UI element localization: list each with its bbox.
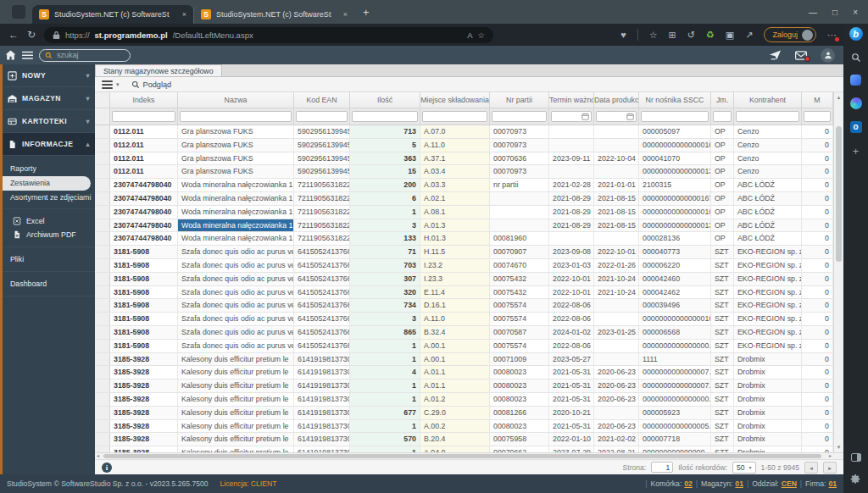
column-header[interactable]: Miejsce składowania (420, 92, 490, 108)
cell[interactable]: 6415052413766 (294, 299, 350, 312)
cell[interactable]: ABC ŁÓDŹ (734, 192, 802, 205)
cell[interactable]: Cenzo (734, 139, 802, 152)
add-sidebar-item-icon[interactable]: + (853, 145, 860, 158)
status-item[interactable]: Komórka:02 (651, 479, 693, 488)
cell[interactable]: 6141919813730 (294, 420, 350, 433)
cell[interactable]: 6415052413766 (294, 340, 350, 352)
table-row[interactable]: 0112.011Gra planszowa FUKS59029561399455… (95, 139, 833, 152)
cell[interactable] (594, 340, 639, 352)
minimize-button[interactable]: — (809, 8, 817, 17)
cell[interactable]: 00070636 (490, 152, 549, 165)
cell[interactable]: A.00.1 (420, 353, 490, 366)
table-row[interactable]: 23074744798040Woda mineralna nałęczowian… (95, 206, 833, 219)
cell[interactable]: Drobmix (734, 446, 802, 452)
cell[interactable]: 2023-05-27 (549, 353, 594, 366)
cell[interactable]: 3181-5908 (110, 326, 178, 339)
cell[interactable]: 5902956139945 (294, 165, 350, 178)
scroll-down-icon[interactable]: ▾ (834, 442, 843, 452)
table-row[interactable]: 23074744798040Woda mineralna nałęczowian… (95, 219, 833, 233)
row-indicator[interactable] (95, 433, 110, 446)
cell[interactable]: 6141919813730 (294, 407, 350, 419)
row-indicator[interactable] (95, 232, 110, 245)
cell[interactable]: 0 (802, 219, 833, 232)
cell[interactable]: 2022-08-06 (549, 299, 594, 312)
cell[interactable]: 570 (350, 433, 420, 446)
row-indicator[interactable] (95, 259, 110, 272)
cell[interactable]: 000006568 (639, 326, 711, 339)
table-row[interactable]: 3185-3928Kalesony duis efficitur pretium… (95, 379, 833, 393)
cell[interactable]: 2022-01-26 (594, 259, 639, 272)
column-header[interactable]: M (802, 92, 833, 108)
cell[interactable]: 0 (802, 299, 833, 312)
filter-input[interactable] (736, 111, 799, 122)
cell[interactable]: 0 (802, 353, 833, 366)
cell[interactable] (594, 407, 639, 419)
cell[interactable]: H.01.3 (420, 232, 490, 245)
row-indicator[interactable] (95, 407, 110, 419)
cell[interactable]: OP (711, 219, 734, 232)
cell[interactable]: Woda mineralna nałęczowianka 1,5 l (178, 206, 294, 219)
scroll-left-icon[interactable]: ◂ (97, 453, 99, 459)
cell[interactable]: 3181-5908 (110, 259, 178, 272)
cell[interactable]: 000039496 (639, 299, 711, 312)
cell[interactable]: 000000000000000164 (639, 313, 711, 325)
cell[interactable]: SZT (711, 340, 734, 352)
cell[interactable]: Gra planszowa FUKS (178, 152, 294, 165)
cell[interactable]: 3185-3928 (110, 433, 178, 446)
cell[interactable]: 0 (802, 152, 833, 165)
cell[interactable]: 0 (802, 246, 833, 258)
cell[interactable]: 0 (802, 420, 833, 433)
cell[interactable]: 00081960 (490, 232, 549, 245)
cell[interactable]: 2023-01-25 (594, 326, 639, 339)
cell[interactable]: 5 (350, 139, 420, 152)
cell[interactable]: 0 (802, 433, 833, 446)
cell[interactable]: Szafa donec quis odio ac purus vest... (178, 313, 294, 325)
cell[interactable]: 2023-09-08 (549, 246, 594, 258)
cell[interactable]: 00080023 (490, 393, 549, 406)
row-indicator[interactable] (95, 273, 110, 285)
cell[interactable]: Woda mineralna nałęczowianka 1,5 l (178, 179, 294, 191)
cell[interactable]: 2021-05-31 (549, 379, 594, 392)
sidebar-item-asortyment[interactable]: Asortyment ze zdjęciami (3, 191, 95, 205)
preview-button[interactable]: Podgląd (131, 80, 172, 89)
cell[interactable]: 734 (350, 299, 420, 312)
filter-input[interactable] (422, 111, 487, 122)
cell[interactable]: A.01.3 (420, 219, 490, 232)
maximize-button[interactable]: □ (832, 8, 837, 17)
cell[interactable]: 00070662 (490, 446, 549, 452)
cell[interactable]: 3185-3928 (110, 379, 178, 392)
workspaces-icon[interactable] (12, 5, 25, 19)
table-row[interactable]: 3185-3928Kalesony duis efficitur pretium… (95, 446, 833, 452)
table-row[interactable]: 3181-5908Szafa donec quis odio ac purus … (95, 326, 833, 340)
cell[interactable]: OP (711, 192, 734, 205)
cell[interactable] (594, 299, 639, 312)
cell[interactable]: 7211905631822 (294, 206, 350, 219)
cell[interactable]: 2020-06-23 (594, 366, 639, 379)
cell[interactable]: Kalesony duis efficitur pretium le (178, 420, 294, 433)
cell[interactable] (549, 139, 594, 152)
cell[interactable]: 0 (802, 340, 833, 352)
cell[interactable]: 0 (802, 232, 833, 245)
cell[interactable]: Kalesony duis efficitur pretium le (178, 407, 294, 419)
cell[interactable]: Cenzo (734, 165, 802, 178)
cell[interactable]: EKO-REGION sp. z o.o. (734, 313, 802, 325)
cell[interactable]: 2022-10-01 (594, 246, 639, 258)
cell[interactable]: 0 (802, 326, 833, 339)
cell[interactable]: 00075432 (490, 273, 549, 285)
cell[interactable]: 6415052413766 (294, 246, 350, 258)
cell[interactable]: 000000000000000164 (639, 139, 711, 152)
cell[interactable]: Kalesony duis efficitur pretium le (178, 353, 294, 366)
cell[interactable]: 6415052413766 (294, 273, 350, 285)
cell[interactable]: ABC ŁÓDŹ (734, 179, 802, 191)
cell[interactable] (549, 125, 594, 138)
cell[interactable]: Drobmix (734, 353, 802, 366)
cell[interactable]: 307 (350, 273, 420, 285)
cell[interactable]: A.01.2 (420, 393, 490, 406)
page-size-select[interactable]: 50 ▾ (732, 462, 756, 474)
sidebar-item-kartoteki[interactable]: KARTOTEKI ▾ (3, 110, 95, 133)
cell[interactable]: 2021-02-28 (549, 179, 594, 191)
cell[interactable]: 703 (350, 259, 420, 272)
table-row[interactable]: 23074744798040Woda mineralna nałęczowian… (95, 179, 833, 192)
sidebar-panel-icon[interactable] (851, 453, 861, 462)
column-header[interactable]: Termin ważności (549, 92, 594, 108)
